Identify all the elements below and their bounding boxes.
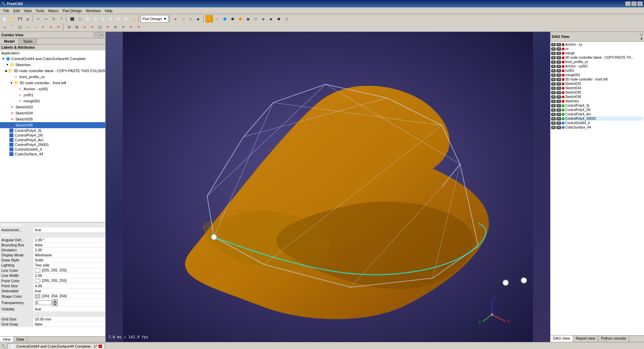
tb-undo[interactable]: ↩ [35, 15, 42, 22]
tab-model[interactable]: Model [0, 38, 19, 44]
tb-sk14[interactable]: ✕ [104, 23, 111, 31]
tb-sk7[interactable]: ✕ [47, 23, 54, 31]
dag-tab-python[interactable]: Python console [598, 336, 629, 342]
tb-measure[interactable]: 📏 [130, 15, 138, 22]
tree-item-cg444[interactable]: ▶ ControlGrid44_4 [0, 147, 105, 152]
tb-pd7[interactable]: ⬡ [252, 15, 259, 22]
tb-view-bottom[interactable]: ⬜ [115, 15, 122, 22]
tb-pd10[interactable]: ⬟ [275, 15, 282, 22]
tb-sk16[interactable]: ↺ [119, 23, 127, 31]
tb-sk3[interactable]: ◫ [16, 23, 23, 31]
tb-action3[interactable]: ▶ [195, 15, 202, 22]
tb-view-top[interactable]: ⬜ [92, 15, 99, 22]
tree-item-root[interactable]: ▼ 🔷 ControlGrid44 and CubicSurface44 Com… [0, 56, 105, 62]
combo-view-close[interactable]: × [99, 33, 104, 37]
tb-sk15[interactable]: ⊗ [112, 23, 119, 31]
dag-item-front-profile[interactable]: ● ● front_profile_zx [551, 60, 643, 64]
tree-item-sketches[interactable]: ▼ 📁 Sketches [0, 62, 105, 68]
tree-item-cp4arc[interactable]: ▶ ControlPoly4_Arc [0, 138, 105, 142]
tb-sk11[interactable]: ✕ [81, 23, 88, 31]
tree-item-anchor[interactable]: ▶ ✏ Anchor - xy001 [0, 86, 105, 92]
tb-sk13[interactable]: ◱ [96, 23, 104, 31]
dag-tab-report[interactable]: Report view [573, 336, 598, 342]
tb-sk2[interactable]: ⌒ [8, 23, 16, 31]
dag-item-cp43l[interactable]: ● ● ControlPoly4_3L [551, 103, 643, 108]
dag-item-cs44[interactable]: ● ● CubicSurface_44 [551, 125, 643, 130]
tb-redo[interactable]: ↪ [42, 15, 50, 22]
tb-pd2[interactable]: ⬡ [213, 15, 221, 22]
dag-item-anchor-xy[interactable]: ● ● Anchor - xy [551, 42, 643, 47]
tree-item-sketch034[interactable]: ▶ ✏ Sketch034 [0, 110, 105, 116]
tb-sk17[interactable]: ✕ [127, 23, 135, 31]
tb-sk8[interactable]: ✕ [55, 23, 62, 31]
file-tab-close[interactable]: × [99, 345, 102, 348]
tree-item-cp42n[interactable]: ▶ ControlPoly4_2N [0, 133, 105, 138]
tb-refresh[interactable]: ↻ [50, 15, 57, 22]
file-tab[interactable]: 📄 ControlGrid44 and CubicSurface44 Compl… [7, 343, 105, 349]
dag-item-anchor-xy001[interactable]: ● ● Anchor - xy001 [551, 64, 643, 68]
dag-item-sketch034[interactable]: ● ● Sketch034 [551, 86, 643, 90]
dag-item-sketch035[interactable]: ● ● Sketch035 [551, 90, 643, 95]
tb-sk6[interactable]: ✕ [39, 23, 47, 31]
tb-sk10[interactable]: ⊠ [73, 23, 80, 31]
dag-view-restore[interactable]: □ [640, 33, 643, 37]
dag-item-cp4arc[interactable]: ● ● ControlPoly4_Arc [551, 112, 643, 116]
cb-tab-data[interactable]: Data [14, 337, 27, 342]
tb-open[interactable]: 📂 [8, 15, 16, 22]
prop-val-transparency[interactable]: ▲ ▼ [34, 299, 105, 307]
dag-item-3dnode-left[interactable]: ● ● 3D node controller - front left [551, 77, 643, 82]
tree-item-cp43l[interactable]: ▶ ControlPoly4_3L [0, 128, 105, 133]
menu-edit[interactable]: Edit [11, 8, 22, 13]
tree-item-3dnode[interactable]: ▼ 📁 3D node controller - front left [0, 80, 105, 86]
tb-pd5[interactable]: 🔶 [236, 15, 244, 22]
transparency-input[interactable] [35, 300, 52, 305]
dag-item-zx001[interactable]: ● ● zx001 [551, 68, 643, 73]
tree-item-sketch033[interactable]: ▶ ✏ Sketch033 [0, 104, 105, 110]
tb-action1[interactable]: □ [179, 15, 187, 22]
dag-item-zx[interactable]: ● ● zx [551, 47, 643, 51]
workbench-dropdown[interactable]: Part Design ▼ [141, 15, 168, 22]
tb-print[interactable]: 🖨 [24, 15, 31, 22]
menu-tools[interactable]: Tools [34, 8, 46, 13]
transparency-up[interactable]: ▲ [52, 299, 58, 303]
dag-item-cp42n001[interactable]: ● ● ControlPoly4_2N001 [551, 116, 643, 121]
tb-view-box[interactable]: ⬛ [68, 15, 76, 22]
tree-item-sketch036[interactable]: ▶ ✏ Sketch036 [0, 122, 105, 128]
menu-windows[interactable]: Windows [84, 8, 103, 13]
tb-help[interactable]: ? [58, 15, 65, 22]
tb-pd4[interactable]: ⬣ [229, 15, 236, 22]
combo-view-restore[interactable]: □ [94, 33, 99, 37]
dag-item-merge001[interactable]: ● ● merge001 [551, 73, 643, 77]
3d-viewport[interactable]: X Y Z 7.0 ms / 142.9 fps [106, 32, 550, 342]
menu-help[interactable]: Help [103, 8, 115, 13]
dag-item-3dnode-blank[interactable]: ● ● 3D node controller blank - COPY-PAST… [551, 55, 643, 60]
dag-view-close[interactable]: × [640, 37, 643, 41]
tb-view-iso[interactable]: ◻ [76, 15, 84, 22]
tb-pd6[interactable]: ▣ [244, 15, 252, 22]
tb-pd8[interactable]: ◈ [260, 15, 267, 22]
tree-item-front-profile[interactable]: ▶ ✏ front_profile_zx [0, 74, 105, 80]
transparency-down[interactable]: ▼ [52, 303, 58, 306]
dag-item-sketch036[interactable]: ● ● Sketch036 [551, 95, 643, 99]
menu-file[interactable]: File [1, 8, 11, 13]
tb-view-right[interactable]: ⬜ [99, 15, 107, 22]
dag-item-cg444[interactable]: ● ● ControlGrid44_4 [551, 121, 643, 125]
tree-item-cp42n001[interactable]: ▶ ControlPoly4_2N001 [0, 142, 105, 147]
tb-pd3[interactable]: 🔷 [221, 15, 228, 22]
tb-sk4[interactable]: ⌣ [24, 23, 31, 31]
transparency-spinbox[interactable]: ▲ ▼ [35, 299, 104, 306]
dag-item-cp42n[interactable]: ● ● ControlPoly4_2N [551, 108, 643, 112]
tree-item-folder1[interactable]: ▶ 📁 3D node controller blank - COPY-PAST… [0, 68, 105, 74]
tb-sk1[interactable]: ↘ [1, 23, 8, 31]
tb-sk12[interactable]: ✕ [89, 23, 96, 31]
menu-macro[interactable]: Macro [46, 8, 61, 13]
tree-item-cs44[interactable]: ▶ CubicSurface_44 [0, 152, 105, 156]
tb-view-front[interactable]: ⬜ [84, 15, 91, 22]
tree-item-zx001[interactable]: ▶ ✏ zx001 [0, 92, 105, 98]
tb-view-back[interactable]: ⬜ [122, 15, 130, 22]
tb-pd11[interactable]: ⬡ [283, 15, 290, 22]
tab-tasks[interactable]: Tasks [19, 38, 37, 44]
tb-pd1[interactable]: 🔶 [206, 15, 213, 22]
cb-tab-view[interactable]: View [0, 337, 14, 342]
close-button[interactable]: × [637, 1, 643, 6]
